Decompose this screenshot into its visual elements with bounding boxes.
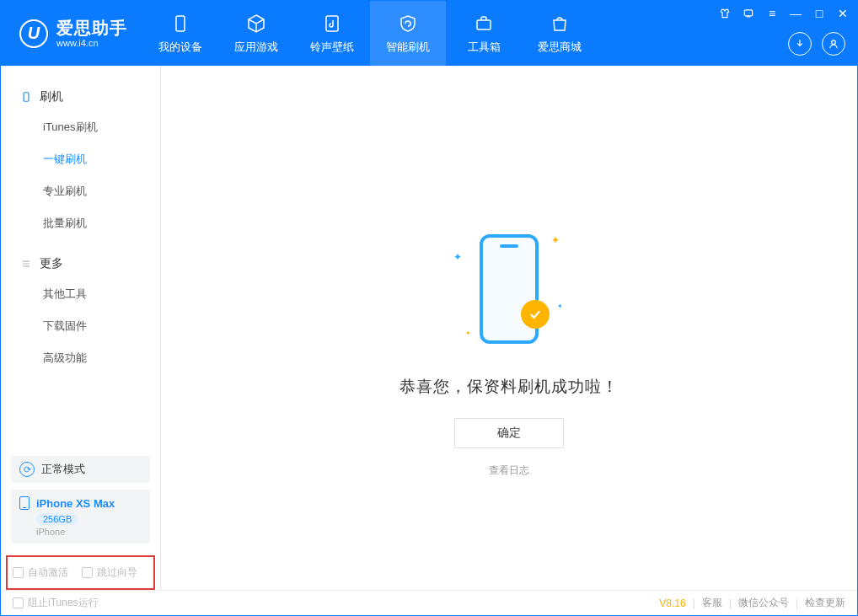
sidebar-item-batch-flash[interactable]: 批量刷机	[1, 207, 160, 239]
nav-smart-flash[interactable]: 智能刷机	[370, 1, 446, 66]
footer-link-wechat[interactable]: 微信公众号	[738, 596, 789, 610]
app-subtitle: www.i4.cn	[56, 38, 127, 49]
header: U 爱思助手 www.i4.cn 我的设备 应用游戏 铃声壁纸 智能刷机	[1, 1, 857, 66]
sidebar-head: 刷机	[1, 83, 160, 111]
sidebar-section-flash: 刷机 iTunes刷机 一键刷机 专业刷机 批量刷机	[1, 78, 160, 244]
storage-badge: 256GB	[36, 513, 78, 525]
sparkle-icon: ✦	[557, 303, 563, 310]
refresh-shield-icon	[397, 13, 419, 35]
sparkle-icon: ✦	[551, 234, 560, 246]
nav-mall[interactable]: 爱思商城	[522, 1, 598, 66]
nav-label: 铃声壁纸	[310, 40, 354, 55]
skin-icon[interactable]	[717, 6, 732, 21]
ok-button[interactable]: 确定	[454, 418, 564, 448]
window-controls: ≡ — □ ✕	[717, 6, 850, 21]
sidebar: 刷机 iTunes刷机 一键刷机 专业刷机 批量刷机 更多 其他工具 下载固件 …	[1, 66, 161, 590]
phone-icon	[19, 90, 33, 104]
menu-icon[interactable]: ≡	[764, 6, 780, 21]
checkbox-skip-guide[interactable]: 跳过向导	[82, 565, 137, 580]
sidebar-item-download-firmware[interactable]: 下载固件	[1, 310, 160, 342]
checkbox-auto-activate[interactable]: 自动激活	[13, 565, 68, 580]
toolbox-icon	[473, 13, 495, 35]
success-illustration: ✦ ✦ ✦ ✦	[450, 226, 568, 352]
shop-icon	[549, 13, 571, 35]
check-badge-icon	[521, 300, 550, 329]
nav-label: 智能刷机	[386, 40, 430, 55]
close-button[interactable]: ✕	[835, 6, 850, 21]
app-window: U 爱思助手 www.i4.cn 我的设备 应用游戏 铃声壁纸 智能刷机	[0, 0, 858, 616]
maximize-button[interactable]: □	[812, 6, 827, 21]
nav-ringtones-wallpapers[interactable]: 铃声壁纸	[294, 1, 370, 66]
svg-rect-1	[326, 16, 338, 31]
phone-icon	[19, 496, 29, 510]
nav-apps-games[interactable]: 应用游戏	[218, 1, 294, 66]
music-icon	[321, 13, 343, 35]
device-name: iPhone XS Max	[19, 496, 142, 510]
cube-icon	[245, 13, 267, 35]
sidebar-head-label: 更多	[40, 256, 63, 271]
mode-icon: ⟳	[19, 462, 35, 477]
sidebar-item-other-tools[interactable]: 其他工具	[1, 278, 160, 310]
sidebar-head-label: 刷机	[40, 89, 63, 104]
sidebar-section-more: 更多 其他工具 下载固件 高级功能	[1, 244, 160, 379]
download-icon[interactable]	[788, 32, 812, 56]
nav-my-device[interactable]: 我的设备	[142, 1, 218, 66]
svg-rect-2	[477, 20, 491, 29]
sidebar-item-pro-flash[interactable]: 专业刷机	[1, 175, 160, 207]
sidebar-item-itunes-flash[interactable]: iTunes刷机	[1, 111, 160, 143]
body: 刷机 iTunes刷机 一键刷机 专业刷机 批量刷机 更多 其他工具 下载固件 …	[1, 66, 857, 590]
flash-options-highlight: 自动激活 跳过向导	[6, 555, 155, 590]
svg-rect-5	[24, 93, 29, 102]
device-info[interactable]: iPhone XS Max 256GB iPhone	[11, 490, 150, 544]
nav-label: 我的设备	[158, 40, 202, 55]
device-panel: ⟳ 正常模式 iPhone XS Max 256GB iPhone	[11, 456, 150, 544]
checkbox-block-itunes[interactable]: 阻止iTunes运行	[13, 596, 99, 610]
main-nav: 我的设备 应用游戏 铃声壁纸 智能刷机 工具箱 爱思商城	[142, 1, 598, 66]
sidebar-item-advanced[interactable]: 高级功能	[1, 342, 160, 374]
logo-area: U 爱思助手 www.i4.cn	[1, 1, 142, 66]
feedback-icon[interactable]	[741, 6, 756, 21]
sidebar-item-oneclick-flash[interactable]: 一键刷机	[1, 143, 160, 175]
svg-point-4	[832, 40, 836, 45]
sparkle-icon: ✦	[465, 329, 471, 337]
device-mode-label: 正常模式	[41, 462, 85, 477]
view-log-link[interactable]: 查看日志	[489, 463, 529, 478]
svg-rect-3	[744, 10, 752, 16]
device-type: iPhone	[36, 527, 142, 537]
success-panel: ✦ ✦ ✦ ✦ 恭喜您，保资料刷机成功啦！ 确定 查看日志	[400, 226, 619, 478]
sidebar-head: 更多	[1, 249, 160, 278]
footer-link-support[interactable]: 客服	[702, 596, 722, 610]
nav-label: 工具箱	[468, 40, 501, 55]
svg-rect-0	[176, 16, 185, 31]
list-icon	[19, 257, 33, 271]
header-actions	[788, 32, 845, 56]
main-content: ✦ ✦ ✦ ✦ 恭喜您，保资料刷机成功啦！ 确定 查看日志	[161, 66, 857, 590]
logo-icon: U	[19, 19, 48, 48]
nav-toolbox[interactable]: 工具箱	[446, 1, 522, 66]
statusbar: 阻止iTunes运行 V8.16 | 客服 | 微信公众号 | 检查更新	[1, 590, 857, 615]
success-message: 恭喜您，保资料刷机成功啦！	[400, 376, 619, 398]
footer-link-update[interactable]: 检查更新	[805, 596, 845, 610]
nav-label: 爱思商城	[538, 40, 582, 55]
device-mode[interactable]: ⟳ 正常模式	[11, 456, 150, 483]
version-label: V8.16	[659, 597, 685, 609]
sparkle-icon: ✦	[453, 251, 462, 263]
minimize-button[interactable]: —	[788, 6, 803, 21]
device-icon	[169, 13, 191, 35]
user-icon[interactable]	[822, 32, 845, 56]
nav-label: 应用游戏	[234, 40, 278, 55]
app-title: 爱思助手	[56, 18, 127, 38]
